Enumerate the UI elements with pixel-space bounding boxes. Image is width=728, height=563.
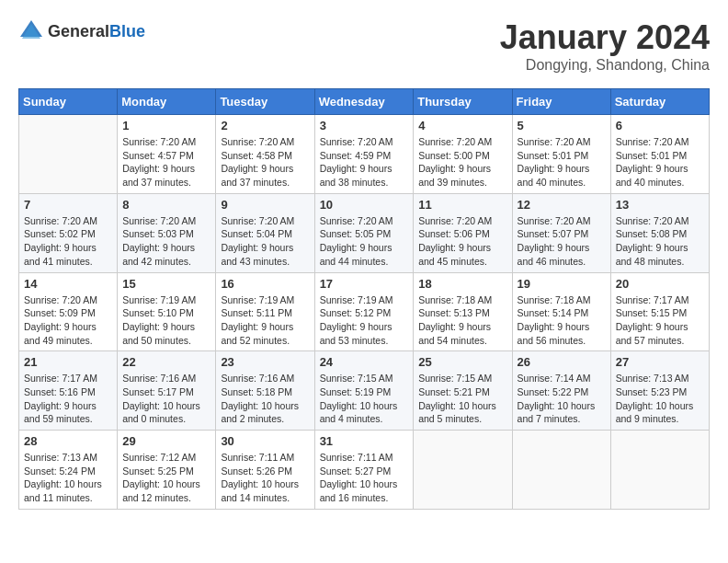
day-number: 17: [320, 277, 409, 291]
column-header-sunday: Sunday: [19, 89, 118, 115]
calendar-week-row: 1Sunrise: 7:20 AM Sunset: 4:57 PM Daylig…: [19, 115, 710, 194]
calendar-cell: [610, 431, 709, 510]
day-number: 7: [24, 198, 112, 212]
calendar-cell: 4Sunrise: 7:20 AM Sunset: 5:00 PM Daylig…: [414, 115, 512, 194]
day-number: 30: [221, 434, 309, 448]
header: GeneralBlue January 2024 Dongying, Shand…: [18, 18, 710, 74]
calendar-week-row: 21Sunrise: 7:17 AM Sunset: 5:16 PM Dayli…: [19, 351, 710, 431]
day-detail: Sunrise: 7:20 AM Sunset: 5:07 PM Dayligh…: [518, 214, 606, 269]
calendar-week-row: 14Sunrise: 7:20 AM Sunset: 5:09 PM Dayli…: [19, 272, 710, 351]
day-detail: Sunrise: 7:12 AM Sunset: 5:25 PM Dayligh…: [122, 451, 210, 505]
day-detail: Sunrise: 7:18 AM Sunset: 5:14 PM Dayligh…: [518, 293, 606, 348]
day-detail: Sunrise: 7:14 AM Sunset: 5:22 PM Dayligh…: [518, 372, 606, 426]
calendar-cell: 9Sunrise: 7:20 AM Sunset: 5:04 PM Daylig…: [216, 193, 314, 272]
day-number: 20: [616, 277, 704, 291]
day-detail: Sunrise: 7:13 AM Sunset: 5:24 PM Dayligh…: [24, 451, 112, 505]
day-number: 18: [418, 277, 506, 291]
calendar-cell: 13Sunrise: 7:20 AM Sunset: 5:08 PM Dayli…: [610, 193, 709, 272]
day-number: 15: [122, 277, 210, 291]
calendar-week-row: 7Sunrise: 7:20 AM Sunset: 5:02 PM Daylig…: [19, 193, 710, 272]
calendar-header-row: SundayMondayTuesdayWednesdayThursdayFrid…: [19, 89, 710, 115]
calendar-week-row: 28Sunrise: 7:13 AM Sunset: 5:24 PM Dayli…: [19, 431, 710, 510]
calendar-cell: 1Sunrise: 7:20 AM Sunset: 4:57 PM Daylig…: [118, 115, 216, 194]
calendar-cell: 31Sunrise: 7:11 AM Sunset: 5:27 PM Dayli…: [314, 431, 414, 510]
day-detail: Sunrise: 7:15 AM Sunset: 5:19 PM Dayligh…: [320, 372, 409, 426]
day-detail: Sunrise: 7:20 AM Sunset: 5:03 PM Dayligh…: [122, 214, 210, 269]
day-detail: Sunrise: 7:17 AM Sunset: 5:16 PM Dayligh…: [24, 372, 112, 426]
day-detail: Sunrise: 7:18 AM Sunset: 5:13 PM Dayligh…: [418, 293, 506, 348]
day-detail: Sunrise: 7:11 AM Sunset: 5:27 PM Dayligh…: [320, 451, 409, 505]
calendar-cell: 3Sunrise: 7:20 AM Sunset: 4:59 PM Daylig…: [314, 115, 414, 194]
calendar-cell: 18Sunrise: 7:18 AM Sunset: 5:13 PM Dayli…: [414, 272, 512, 351]
calendar-cell: 8Sunrise: 7:20 AM Sunset: 5:03 PM Daylig…: [118, 193, 216, 272]
day-number: 27: [616, 355, 704, 369]
day-detail: Sunrise: 7:20 AM Sunset: 5:00 PM Dayligh…: [418, 135, 506, 190]
day-detail: Sunrise: 7:20 AM Sunset: 4:59 PM Dayligh…: [320, 135, 409, 190]
calendar-cell: 29Sunrise: 7:12 AM Sunset: 5:25 PM Dayli…: [118, 431, 216, 510]
calendar-cell: 25Sunrise: 7:15 AM Sunset: 5:21 PM Dayli…: [414, 351, 512, 431]
column-header-monday: Monday: [118, 89, 216, 115]
day-number: 28: [24, 434, 112, 448]
day-detail: Sunrise: 7:20 AM Sunset: 4:58 PM Dayligh…: [221, 135, 309, 190]
day-detail: Sunrise: 7:11 AM Sunset: 5:26 PM Dayligh…: [221, 451, 309, 505]
calendar-cell: 22Sunrise: 7:16 AM Sunset: 5:17 PM Dayli…: [118, 351, 216, 431]
day-detail: Sunrise: 7:16 AM Sunset: 5:18 PM Dayligh…: [221, 372, 309, 426]
calendar-cell: 11Sunrise: 7:20 AM Sunset: 5:06 PM Dayli…: [414, 193, 512, 272]
day-detail: Sunrise: 7:20 AM Sunset: 5:08 PM Dayligh…: [616, 214, 704, 269]
day-detail: Sunrise: 7:19 AM Sunset: 5:11 PM Dayligh…: [221, 293, 309, 348]
day-detail: Sunrise: 7:15 AM Sunset: 5:21 PM Dayligh…: [418, 372, 506, 426]
day-number: 12: [518, 198, 606, 212]
day-number: 6: [616, 119, 704, 132]
calendar-cell: 15Sunrise: 7:19 AM Sunset: 5:10 PM Dayli…: [118, 272, 216, 351]
day-detail: Sunrise: 7:13 AM Sunset: 5:23 PM Dayligh…: [616, 372, 704, 426]
calendar-cell: 19Sunrise: 7:18 AM Sunset: 5:14 PM Dayli…: [512, 272, 610, 351]
day-detail: Sunrise: 7:20 AM Sunset: 5:09 PM Dayligh…: [24, 293, 112, 348]
day-number: 23: [221, 355, 309, 369]
logo-blue: Blue: [109, 22, 145, 40]
column-header-tuesday: Tuesday: [216, 89, 314, 115]
calendar-cell: [414, 431, 512, 510]
logo: GeneralBlue: [18, 18, 145, 44]
calendar-cell: 30Sunrise: 7:11 AM Sunset: 5:26 PM Dayli…: [216, 431, 314, 510]
day-detail: Sunrise: 7:17 AM Sunset: 5:15 PM Dayligh…: [616, 293, 704, 348]
day-detail: Sunrise: 7:20 AM Sunset: 5:02 PM Dayligh…: [24, 214, 112, 269]
calendar-cell: 20Sunrise: 7:17 AM Sunset: 5:15 PM Dayli…: [610, 272, 709, 351]
calendar-cell: 6Sunrise: 7:20 AM Sunset: 5:01 PM Daylig…: [610, 115, 709, 194]
calendar-cell: 10Sunrise: 7:20 AM Sunset: 5:05 PM Dayli…: [314, 193, 414, 272]
day-number: 9: [221, 198, 309, 212]
day-number: 26: [518, 355, 606, 369]
day-number: 22: [122, 355, 210, 369]
day-detail: Sunrise: 7:19 AM Sunset: 5:12 PM Dayligh…: [320, 293, 409, 348]
calendar-cell: 24Sunrise: 7:15 AM Sunset: 5:19 PM Dayli…: [314, 351, 414, 431]
calendar-table: SundayMondayTuesdayWednesdayThursdayFrid…: [18, 88, 710, 510]
day-number: 4: [418, 119, 506, 132]
day-detail: Sunrise: 7:16 AM Sunset: 5:17 PM Dayligh…: [122, 372, 210, 426]
column-header-thursday: Thursday: [414, 89, 512, 115]
month-title: January 2024: [500, 18, 710, 57]
calendar-cell: 14Sunrise: 7:20 AM Sunset: 5:09 PM Dayli…: [19, 272, 118, 351]
day-number: 5: [518, 119, 606, 132]
day-number: 11: [418, 198, 506, 212]
day-number: 8: [122, 198, 210, 212]
calendar-cell: 2Sunrise: 7:20 AM Sunset: 4:58 PM Daylig…: [216, 115, 314, 194]
title-area: January 2024 Dongying, Shandong, China: [500, 18, 710, 74]
location-title: Dongying, Shandong, China: [500, 57, 710, 74]
day-number: 10: [320, 198, 409, 212]
day-detail: Sunrise: 7:20 AM Sunset: 4:57 PM Dayligh…: [122, 135, 210, 190]
day-number: 1: [122, 119, 210, 132]
calendar-cell: 26Sunrise: 7:14 AM Sunset: 5:22 PM Dayli…: [512, 351, 610, 431]
day-detail: Sunrise: 7:19 AM Sunset: 5:10 PM Dayligh…: [122, 293, 210, 348]
calendar-cell: 23Sunrise: 7:16 AM Sunset: 5:18 PM Dayli…: [216, 351, 314, 431]
day-number: 29: [122, 434, 210, 448]
calendar-cell: [512, 431, 610, 510]
day-number: 24: [320, 355, 409, 369]
day-detail: Sunrise: 7:20 AM Sunset: 5:01 PM Dayligh…: [616, 135, 704, 190]
day-detail: Sunrise: 7:20 AM Sunset: 5:05 PM Dayligh…: [320, 214, 409, 269]
calendar-cell: 16Sunrise: 7:19 AM Sunset: 5:11 PM Dayli…: [216, 272, 314, 351]
day-number: 13: [616, 198, 704, 212]
column-header-friday: Friday: [512, 89, 610, 115]
day-number: 3: [320, 119, 409, 132]
calendar-cell: 27Sunrise: 7:13 AM Sunset: 5:23 PM Dayli…: [610, 351, 709, 431]
calendar-cell: 5Sunrise: 7:20 AM Sunset: 5:01 PM Daylig…: [512, 115, 610, 194]
calendar-cell: 12Sunrise: 7:20 AM Sunset: 5:07 PM Dayli…: [512, 193, 610, 272]
